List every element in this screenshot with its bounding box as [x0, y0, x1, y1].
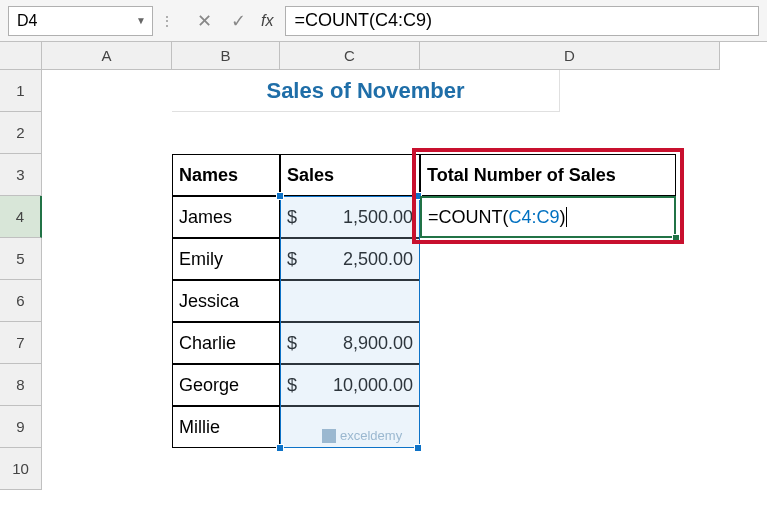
formula-prefix: =COUNT( [428, 207, 509, 228]
watermark: exceldemy [322, 428, 402, 443]
name-box-value: D4 [17, 12, 37, 30]
title-cell[interactable]: Sales of November [172, 70, 560, 112]
cell-b8[interactable]: George [172, 364, 280, 406]
cell-c8[interactable]: $10,000.00 [280, 364, 420, 406]
header-total[interactable]: Total Number of Sales [420, 154, 676, 196]
cell-b7[interactable]: Charlie [172, 322, 280, 364]
dropdown-icon[interactable]: ▼ [136, 15, 146, 26]
row-header-7[interactable]: 7 [0, 322, 42, 364]
col-header-b[interactable]: B [172, 42, 280, 70]
col-header-c[interactable]: C [280, 42, 420, 70]
cursor-icon [566, 207, 567, 227]
cell-b9[interactable]: Millie [172, 406, 280, 448]
active-handle[interactable] [672, 234, 680, 242]
formula-range: C4:C9 [509, 207, 560, 228]
row-header-6[interactable]: 6 [0, 280, 42, 322]
cancel-button[interactable]: ✕ [187, 6, 221, 36]
header-names[interactable]: Names [172, 154, 280, 196]
header-sales[interactable]: Sales [280, 154, 420, 196]
formula-text: =COUNT(C4:C9) [294, 10, 432, 31]
cell-c6[interactable] [280, 280, 420, 322]
name-box[interactable]: D4 ▼ [8, 6, 153, 36]
cell-c4[interactable]: $1,500.00 [280, 196, 420, 238]
fx-icon[interactable]: fx [261, 12, 273, 30]
row-header-3[interactable]: 3 [0, 154, 42, 196]
row-header-1[interactable]: 1 [0, 70, 42, 112]
select-all-corner[interactable] [0, 42, 42, 70]
cell-c5[interactable]: $2,500.00 [280, 238, 420, 280]
formula-bar: D4 ▼ ⋮ ✕ ✓ fx =COUNT(C4:C9) [0, 0, 767, 42]
col-header-d[interactable]: D [420, 42, 720, 70]
watermark-icon [322, 429, 336, 443]
selection-handle[interactable] [414, 444, 422, 452]
row-header-4[interactable]: 4 [0, 196, 42, 238]
cell-c7[interactable]: $8,900.00 [280, 322, 420, 364]
title-text: Sales of November [266, 78, 464, 104]
selection-handle[interactable] [276, 192, 284, 200]
grid[interactable]: Sales of November Names Sales Total Numb… [42, 70, 767, 490]
cell-b6[interactable]: Jessica [172, 280, 280, 322]
confirm-button[interactable]: ✓ [221, 6, 255, 36]
formula-input[interactable]: =COUNT(C4:C9) [285, 6, 759, 36]
row-headers: 1 2 3 4 5 6 7 8 9 10 [0, 70, 42, 490]
cell-b5[interactable]: Emily [172, 238, 280, 280]
cell-b4[interactable]: James [172, 196, 280, 238]
row-header-10[interactable]: 10 [0, 448, 42, 490]
selection-handle[interactable] [276, 444, 284, 452]
row-header-5[interactable]: 5 [0, 238, 42, 280]
row-header-8[interactable]: 8 [0, 364, 42, 406]
divider-icon: ⋮ [161, 14, 175, 28]
active-cell-d4[interactable]: =COUNT(C4:C9) [420, 196, 676, 238]
row-header-2[interactable]: 2 [0, 112, 42, 154]
row-header-9[interactable]: 9 [0, 406, 42, 448]
col-header-a[interactable]: A [42, 42, 172, 70]
